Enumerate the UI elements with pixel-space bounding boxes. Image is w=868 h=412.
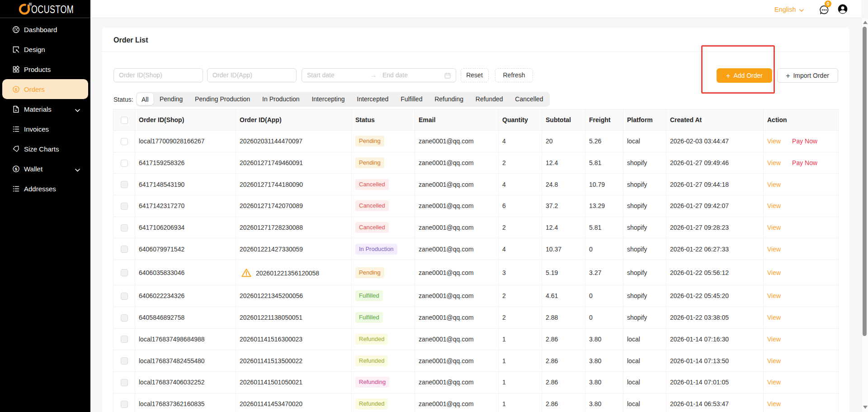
svg-text:$: $ — [15, 86, 18, 91]
svg-text:$: $ — [15, 166, 18, 171]
